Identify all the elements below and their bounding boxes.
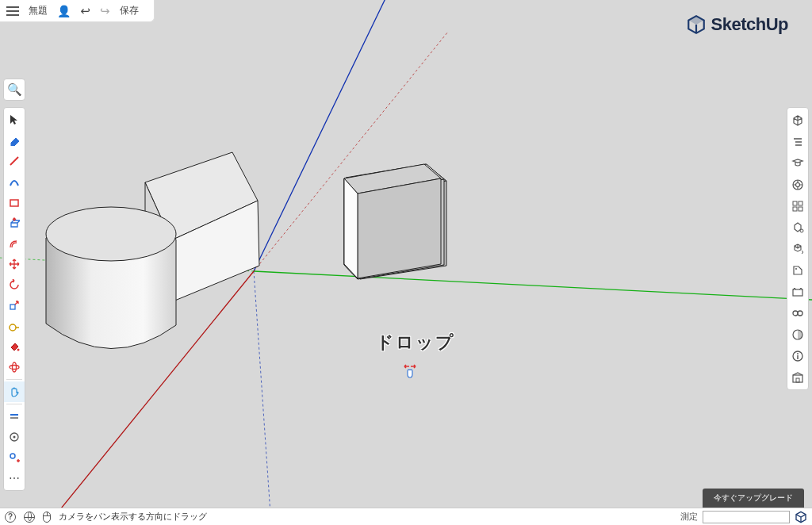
svg-point-23 xyxy=(17,349,20,351)
document-title[interactable]: 無題 xyxy=(29,4,48,17)
select-tool[interactable] xyxy=(4,109,25,130)
svg-point-28 xyxy=(10,454,15,458)
svg-rect-38 xyxy=(793,207,797,211)
axis-green xyxy=(254,271,812,300)
viewport-3d[interactable] xyxy=(0,0,812,525)
materials-panel[interactable] xyxy=(787,195,808,217)
offset-tool[interactable] xyxy=(4,233,25,254)
help-icon[interactable]: ? xyxy=(5,512,16,523)
svg-point-43 xyxy=(793,311,798,316)
save-button[interactable]: 保存 xyxy=(120,4,139,17)
svg-point-24 xyxy=(10,366,19,370)
shape-cube-front xyxy=(346,164,446,279)
drop-label: ドロップ xyxy=(376,331,455,354)
upgrade-button[interactable]: 今すぐアップグレード xyxy=(703,489,804,508)
svg-rect-0 xyxy=(0,0,812,525)
axis-green-neg xyxy=(0,257,254,271)
section-tool[interactable] xyxy=(4,406,25,427)
svg-marker-11 xyxy=(344,164,444,194)
left-toolbar: ⋯ xyxy=(3,107,25,491)
outliner-panel[interactable] xyxy=(787,131,808,152)
cube-front-left-face xyxy=(344,178,358,279)
svg-rect-51 xyxy=(796,378,799,382)
top-toolbar: 無題 👤 ↪ ↪ 保存 xyxy=(0,0,155,22)
arc-tool[interactable] xyxy=(4,171,25,192)
pan-tool[interactable] xyxy=(4,381,25,402)
tape-measure-tool[interactable] xyxy=(4,316,25,336)
shape-cube-back xyxy=(145,152,259,301)
axis-blue-neg xyxy=(254,271,271,525)
axis-red-neg xyxy=(254,32,448,271)
svg-rect-42 xyxy=(793,289,802,296)
3d-warehouse-panel[interactable] xyxy=(787,366,808,388)
hamburger-menu-icon[interactable] xyxy=(6,6,19,16)
cube-front-top-face xyxy=(344,164,441,194)
svg-point-27 xyxy=(13,436,16,439)
move-tool[interactable] xyxy=(4,254,25,274)
sketchup-logo-icon xyxy=(686,14,707,35)
entity-info-panel[interactable] xyxy=(787,109,808,131)
svg-rect-36 xyxy=(793,201,797,205)
sketchup-small-logo-icon[interactable] xyxy=(795,511,807,523)
look-around-tool[interactable] xyxy=(4,427,25,447)
dimension-tool[interactable] xyxy=(4,447,25,468)
svg-marker-6 xyxy=(360,181,446,279)
paint-bucket-tool[interactable] xyxy=(4,336,25,357)
svg-marker-2 xyxy=(171,201,259,301)
measurement-input[interactable] xyxy=(703,511,790,523)
orbit-tool[interactable] xyxy=(4,357,25,377)
svg-marker-17 xyxy=(344,173,441,197)
svg-point-35 xyxy=(796,182,800,186)
rotate-tool[interactable] xyxy=(4,274,25,295)
eraser-tool[interactable] xyxy=(4,130,25,151)
cube-front-face xyxy=(344,178,358,278)
components-panel[interactable] xyxy=(787,174,808,195)
svg-marker-8 xyxy=(346,178,360,279)
svg-marker-1 xyxy=(145,152,258,240)
search-tool[interactable]: 🔍 xyxy=(3,79,25,101)
styles-panel[interactable] xyxy=(787,217,808,238)
svg-marker-3 xyxy=(145,182,173,301)
model-info-panel[interactable] xyxy=(787,345,808,366)
shapes-tool[interactable] xyxy=(4,192,25,213)
language-icon[interactable] xyxy=(24,512,35,523)
brand-name: SketchUp xyxy=(711,14,788,35)
svg-rect-39 xyxy=(799,207,802,211)
mouse-hint-icon xyxy=(43,512,51,523)
svg-point-4 xyxy=(46,207,176,261)
shape-cube-front2 xyxy=(344,164,444,279)
shape-cylinder xyxy=(46,207,176,349)
svg-marker-13 xyxy=(344,178,358,279)
right-toolbar xyxy=(787,107,809,390)
cube-front-right-face xyxy=(358,178,441,278)
svg-point-44 xyxy=(798,311,802,316)
svg-point-41 xyxy=(795,268,797,270)
scenes-tag-panel[interactable] xyxy=(787,259,808,281)
svg-rect-19 xyxy=(10,200,18,206)
undo-button[interactable]: ↪ xyxy=(80,4,90,18)
svg-marker-7 xyxy=(346,178,360,279)
axis-blue xyxy=(254,0,389,271)
svg-marker-5 xyxy=(346,164,446,195)
svg-marker-12 xyxy=(358,179,444,279)
scenes-panel[interactable] xyxy=(787,281,808,302)
axis-red xyxy=(48,271,254,525)
fog-panel[interactable] xyxy=(787,324,808,345)
measurement-label: 測定 xyxy=(680,511,698,523)
svg-marker-9 xyxy=(346,178,360,279)
svg-rect-37 xyxy=(799,201,802,205)
svg-marker-15 xyxy=(344,178,358,279)
more-tools[interactable]: ⋯ xyxy=(4,468,25,489)
scale-tool[interactable] xyxy=(4,295,25,316)
tags-panel[interactable] xyxy=(787,238,808,259)
person-icon[interactable]: 👤 xyxy=(57,5,71,17)
push-pull-tool[interactable] xyxy=(4,213,25,233)
redo-button[interactable]: ↪ xyxy=(100,4,110,18)
display-panel[interactable] xyxy=(787,302,808,324)
svg-line-18 xyxy=(10,157,18,165)
line-tool[interactable] xyxy=(4,151,25,171)
svg-point-21 xyxy=(10,324,16,331)
instructor-panel[interactable] xyxy=(787,152,808,174)
status-bar: ? カメラをパン表示する方向にドラッグ 測定 xyxy=(0,508,812,525)
status-hint: カメラをパン表示する方向にドラッグ xyxy=(59,511,207,523)
